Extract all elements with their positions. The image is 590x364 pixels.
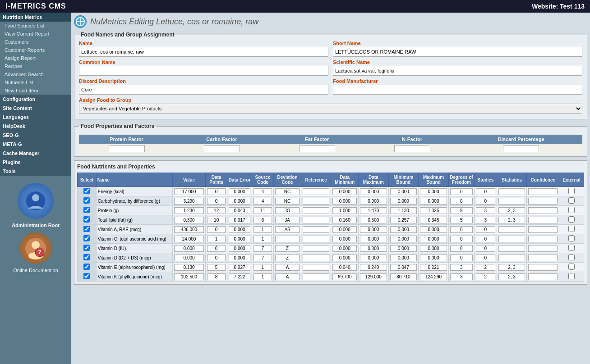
nutrient-datapoints-input[interactable] (207, 264, 226, 271)
nutrient-reference-input[interactable] (303, 255, 330, 261)
nutrient-minbound-input[interactable] (390, 198, 417, 205)
nutrient-confidence-input[interactable] (528, 245, 558, 252)
nutrient-dof-input[interactable] (450, 245, 473, 252)
nutrient-minbound-input[interactable] (390, 236, 417, 242)
nutrient-datamax-input[interactable] (360, 273, 387, 280)
nutrient-external-checkbox[interactable] (568, 235, 575, 241)
nutrient-studies-input[interactable] (476, 273, 495, 280)
nutrient-dataerror-input[interactable] (229, 217, 250, 223)
nutrient-datamax-input[interactable] (360, 255, 387, 261)
nutrient-datamin-input[interactable] (332, 217, 357, 223)
nutrient-confidence-input[interactable] (528, 188, 558, 195)
nutrient-sourcecode-input[interactable] (254, 226, 272, 233)
sidebar-section-site-content[interactable]: Site Content (0, 104, 71, 113)
sidebar-item-nutrients-list[interactable]: Nutrients List (0, 78, 71, 86)
nutrient-minbound-input[interactable] (390, 255, 417, 261)
nutrient-reference-input[interactable] (303, 264, 330, 271)
assign-group-select[interactable]: Vegetables and Vegetable Products (79, 104, 582, 114)
fat-factor-input[interactable]: 8.37 (299, 145, 335, 152)
nutrient-dataerror-input[interactable] (229, 226, 250, 233)
sidebar-section-languages[interactable]: Languages (0, 113, 71, 122)
nutrient-statistics-input[interactable] (498, 273, 525, 280)
sidebar-item-customer-reports[interactable]: Customer Reports (0, 46, 71, 54)
nutrient-dataerror-input[interactable] (229, 264, 250, 271)
food-mfr-input[interactable] (333, 85, 582, 95)
nutrient-minbound-input[interactable] (390, 273, 417, 280)
nutrient-external-checkbox[interactable] (568, 245, 575, 251)
nutrient-confidence-input[interactable] (528, 198, 558, 205)
nutrient-dof-input[interactable] (450, 273, 473, 280)
nutrient-maxbound-input[interactable] (420, 198, 447, 205)
nutrient-minbound-input[interactable] (390, 217, 417, 223)
nutrient-statistics-input[interactable] (498, 245, 525, 252)
nutrient-maxbound-input[interactable] (420, 217, 447, 223)
nutrient-sourcecode-input[interactable] (254, 255, 272, 261)
nutrient-datapoints-input[interactable] (207, 245, 226, 252)
discard-pct-input[interactable]: 6.0 (503, 145, 539, 152)
nutrient-minbound-input[interactable] (390, 264, 417, 271)
nutrient-datapoints-input[interactable] (207, 273, 226, 280)
nutrient-dataerror-input[interactable] (229, 245, 250, 252)
nutrient-value-input[interactable] (174, 255, 204, 261)
nutrient-checkbox[interactable] (83, 235, 90, 241)
nutrient-confidence-input[interactable] (528, 236, 558, 242)
sidebar-item-food-sources[interactable]: Food Sources List (0, 22, 71, 30)
nutrient-reference-input[interactable] (303, 226, 330, 233)
nutrient-dataerror-input[interactable] (229, 236, 250, 242)
nutrient-value-input[interactable] (174, 264, 204, 271)
nutrient-datapoints-input[interactable] (207, 198, 226, 205)
nutrient-deviationcode-input[interactable] (275, 217, 300, 223)
nutrient-statistics-input[interactable] (498, 207, 525, 214)
nutrient-maxbound-input[interactable] (420, 245, 447, 252)
nutrient-deviationcode-input[interactable] (275, 188, 300, 195)
nutrient-sourcecode-input[interactable] (254, 264, 272, 271)
nutrient-datamin-input[interactable] (332, 236, 357, 242)
nutrient-datapoints-input[interactable] (207, 207, 226, 214)
nutrient-dataerror-input[interactable] (229, 255, 250, 261)
sidebar-section-meta[interactable]: META-G (0, 140, 71, 149)
sidebar-section-plugins[interactable]: Plugins (0, 158, 71, 167)
name-input[interactable] (79, 47, 328, 57)
nutrient-sourcecode-input[interactable] (254, 207, 272, 214)
nutrient-datapoints-input[interactable] (207, 217, 226, 223)
nutrient-maxbound-input[interactable] (420, 226, 447, 233)
nutrient-datapoints-input[interactable] (207, 236, 226, 242)
nutrient-external-checkbox[interactable] (568, 254, 575, 260)
nutrient-maxbound-input[interactable] (420, 188, 447, 195)
nutrient-reference-input[interactable] (303, 245, 330, 252)
nutrient-value-input[interactable] (174, 217, 204, 223)
nutrient-deviationcode-input[interactable] (275, 264, 300, 271)
nutrient-external-checkbox[interactable] (568, 188, 575, 194)
nutrient-value-input[interactable] (174, 245, 204, 252)
nutrient-minbound-input[interactable] (390, 245, 417, 252)
nutrient-dataerror-input[interactable] (229, 198, 250, 205)
common-name-input[interactable] (79, 66, 328, 76)
nutrient-dataerror-input[interactable] (229, 188, 250, 195)
sidebar-item-view-report[interactable]: View Current Report (0, 30, 71, 38)
nutrient-value-input[interactable] (174, 188, 204, 195)
nutrient-datamax-input[interactable] (360, 264, 387, 271)
nutrient-checkbox[interactable] (83, 226, 90, 232)
nutrient-dof-input[interactable] (450, 236, 473, 242)
nutrient-dof-input[interactable] (450, 226, 473, 233)
nutrient-sourcecode-input[interactable] (254, 273, 272, 280)
nutrient-deviationcode-input[interactable] (275, 207, 300, 214)
nutrient-value-input[interactable] (174, 226, 204, 233)
nutrient-dataerror-input[interactable] (229, 273, 250, 280)
nutrient-statistics-input[interactable] (498, 198, 525, 205)
nutrient-datamin-input[interactable] (332, 198, 357, 205)
nutrient-confidence-input[interactable] (528, 255, 558, 261)
sidebar-section-configuration[interactable]: Configuration (0, 95, 71, 104)
nutrient-confidence-input[interactable] (528, 207, 558, 214)
nutrient-datamin-input[interactable] (332, 188, 357, 195)
nutrient-datamin-input[interactable] (332, 255, 357, 261)
nutrient-datamax-input[interactable] (360, 236, 387, 242)
nutrient-sourcecode-input[interactable] (254, 236, 272, 242)
nutrient-studies-input[interactable] (476, 245, 495, 252)
nutrient-minbound-input[interactable] (390, 207, 417, 214)
nutrient-value-input[interactable] (174, 236, 204, 242)
nutrient-studies-input[interactable] (476, 236, 495, 242)
nutrient-datamax-input[interactable] (360, 217, 387, 223)
sidebar-item-new-food-item[interactable]: New Food Item (0, 86, 71, 95)
nutrient-confidence-input[interactable] (528, 273, 558, 280)
